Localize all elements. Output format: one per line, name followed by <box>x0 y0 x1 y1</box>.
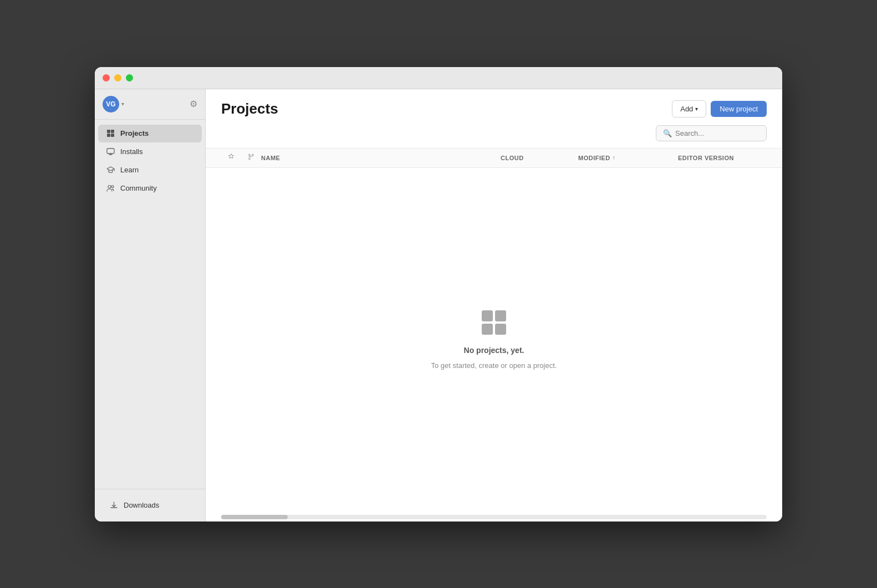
add-chevron-icon: ▾ <box>695 106 698 112</box>
search-box[interactable]: 🔍 <box>656 125 767 141</box>
sidebar-nav: Projects Installs <box>95 120 205 489</box>
svg-point-10 <box>249 158 251 160</box>
table-header: NAME CLOUD MODIFIED ↑ EDITOR VERSION <box>206 148 782 168</box>
sidebar-item-label-installs: Installs <box>120 147 142 156</box>
monitor-icon <box>106 147 115 156</box>
main-header: Projects Add ▾ New project <box>206 89 782 117</box>
empty-icon-cell-3 <box>482 324 493 335</box>
table-area: NAME CLOUD MODIFIED ↑ EDITOR VERSION <box>206 148 782 513</box>
sort-arrow-icon: ↑ <box>613 155 616 161</box>
app-window: VG ▾ ⚙ Projects <box>95 67 782 521</box>
column-header-modified[interactable]: MODIFIED ↑ <box>578 155 678 161</box>
sidebar-item-downloads[interactable]: Downloads <box>101 497 198 514</box>
sidebar: VG ▾ ⚙ Projects <box>95 89 206 521</box>
column-header-branch <box>241 153 261 162</box>
sidebar-item-projects[interactable]: Projects <box>98 125 202 142</box>
add-button[interactable]: Add ▾ <box>672 100 706 117</box>
svg-rect-0 <box>107 130 110 133</box>
sidebar-item-label-downloads: Downloads <box>124 501 159 509</box>
main-content: Projects Add ▾ New project 🔍 <box>206 89 782 521</box>
column-header-editor-version: EDITOR VERSION <box>678 155 767 161</box>
page-title: Projects <box>221 100 278 117</box>
column-header-cloud: CLOUD <box>501 155 578 161</box>
mortarboard-icon <box>106 166 115 175</box>
search-area: 🔍 <box>206 117 782 141</box>
user-area[interactable]: VG ▾ <box>103 96 124 113</box>
sidebar-bottom: Downloads <box>95 489 205 521</box>
svg-rect-3 <box>111 134 114 137</box>
grid-icon <box>106 129 115 138</box>
svg-rect-1 <box>111 130 114 133</box>
empty-icon-cell-1 <box>482 310 493 321</box>
avatar: VG <box>103 96 119 113</box>
sidebar-item-community[interactable]: Community <box>98 180 202 197</box>
gear-icon[interactable]: ⚙ <box>190 99 197 109</box>
svg-rect-2 <box>107 134 110 137</box>
sidebar-item-label-community: Community <box>120 184 157 192</box>
chevron-down-icon: ▾ <box>121 101 124 107</box>
sidebar-item-learn[interactable]: Learn <box>98 161 202 179</box>
svg-point-7 <box>111 186 114 188</box>
maximize-button[interactable] <box>126 74 133 81</box>
minimize-button[interactable] <box>114 74 121 81</box>
sidebar-item-installs[interactable]: Installs <box>98 143 202 161</box>
sidebar-top: VG ▾ ⚙ <box>95 89 205 120</box>
empty-icon-cell-2 <box>495 310 506 321</box>
sidebar-item-label-projects: Projects <box>120 129 149 137</box>
svg-rect-4 <box>107 149 114 154</box>
people-icon <box>106 184 115 193</box>
close-button[interactable] <box>103 74 110 81</box>
scrollbar-area[interactable] <box>221 515 767 519</box>
new-project-button[interactable]: New project <box>711 101 767 117</box>
svg-point-6 <box>108 186 111 188</box>
empty-state-icon <box>482 310 506 335</box>
empty-state-subtitle: To get started, create or open a project… <box>431 361 557 370</box>
empty-icon-cell-4 <box>495 324 506 335</box>
sidebar-item-label-learn: Learn <box>120 166 139 174</box>
column-header-star <box>221 153 241 162</box>
table-body: No projects, yet. To get started, create… <box>206 168 782 513</box>
app-body: VG ▾ ⚙ Projects <box>95 89 782 521</box>
add-button-label: Add <box>680 105 693 113</box>
title-bar <box>95 67 782 89</box>
download-icon <box>109 501 118 510</box>
search-input[interactable] <box>675 129 759 137</box>
empty-state-title: No projects, yet. <box>464 346 524 355</box>
column-header-name: NAME <box>261 155 501 161</box>
header-actions: Add ▾ New project <box>672 100 767 117</box>
scrollbar-thumb[interactable] <box>221 515 288 519</box>
traffic-lights <box>103 74 133 81</box>
search-icon: 🔍 <box>663 129 672 137</box>
